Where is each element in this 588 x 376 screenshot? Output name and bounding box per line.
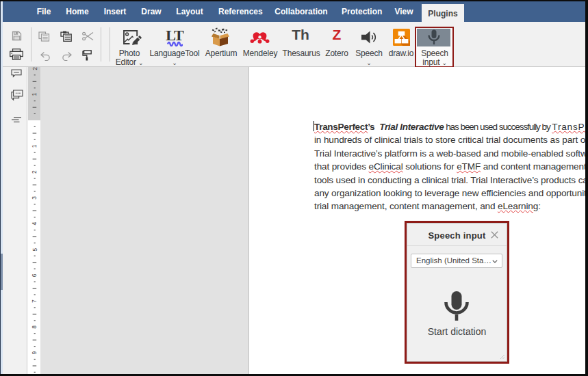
- svg-text:2: 2: [31, 170, 38, 174]
- svg-text:5: 5: [31, 247, 38, 251]
- svg-text:4: 4: [31, 222, 38, 226]
- svg-text:3: 3: [31, 196, 38, 200]
- svg-text:1: 1: [31, 93, 38, 96]
- svg-text:1: 1: [31, 144, 38, 148]
- svg-text:8: 8: [31, 325, 38, 329]
- svg-text:6: 6: [31, 273, 38, 277]
- svg-text:9: 9: [31, 351, 38, 355]
- svg-text:7: 7: [31, 299, 38, 303]
- svg-text:2: 2: [31, 67, 38, 70]
